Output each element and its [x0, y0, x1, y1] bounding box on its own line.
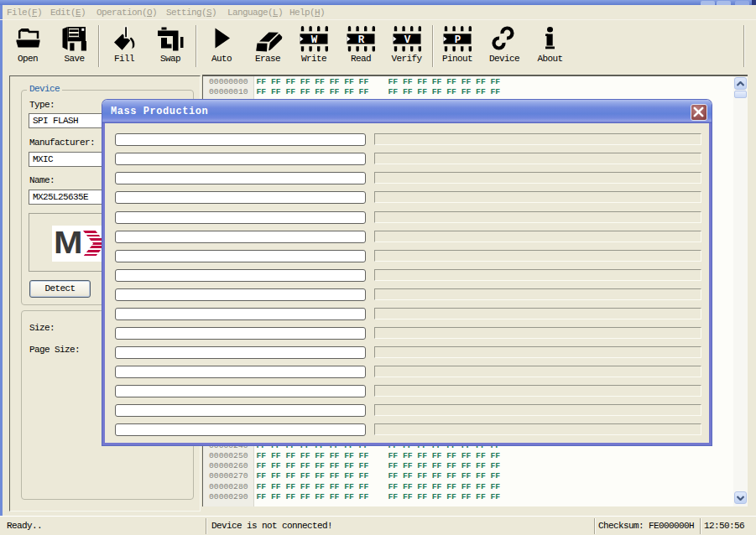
svg-text:W: W: [311, 34, 318, 46]
svg-text:R: R: [358, 34, 365, 46]
svg-text:P: P: [455, 34, 461, 46]
svg-text:V: V: [404, 34, 410, 46]
